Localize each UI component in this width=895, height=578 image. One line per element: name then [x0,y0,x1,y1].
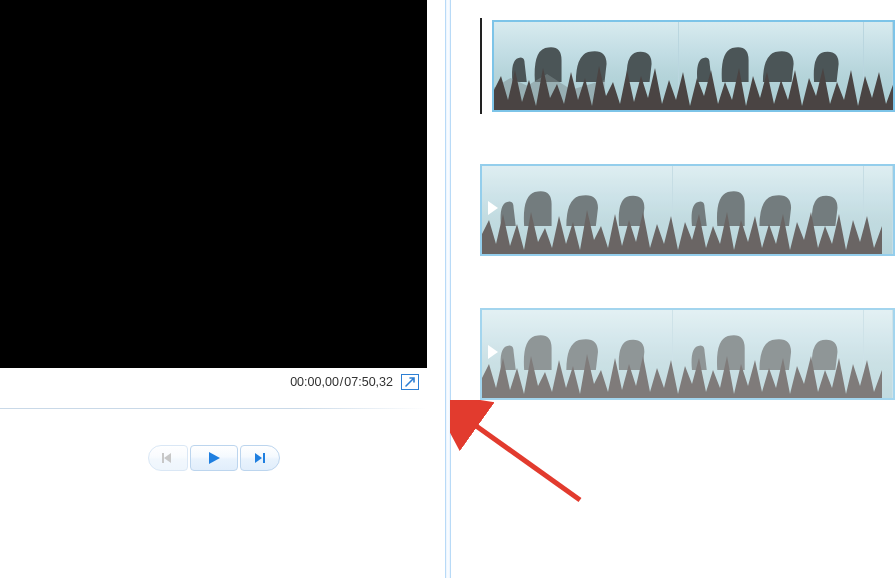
clip-thumbnail [673,186,863,226]
clip-thumbnail [679,42,863,82]
filmstrip-edge [480,18,482,114]
timeline-clip[interactable] [480,164,895,256]
time-display: 00:00,00/07:50,32 [0,368,427,396]
timeline-clip[interactable] [492,20,895,112]
next-frame-icon [253,452,267,464]
clip-thumbnail [482,330,672,370]
next-frame-button[interactable] [240,445,280,471]
mountain-silhouette [494,70,605,110]
time-separator: / [340,375,343,389]
playback-controls [0,445,427,471]
previous-frame-button[interactable] [148,445,188,471]
play-button[interactable] [190,445,238,471]
separator-line [0,408,427,409]
clip-start-marker [486,199,500,221]
play-icon [206,451,222,465]
svg-rect-0 [162,453,164,463]
fullscreen-icon [405,377,415,387]
total-time: 07:50,32 [344,375,393,389]
timeline-clip[interactable] [480,308,895,400]
svg-rect-1 [263,453,265,463]
clip-start-marker [486,343,500,365]
prev-frame-icon [161,452,175,464]
video-preview[interactable] [0,0,427,368]
timeline-pane [480,0,895,578]
pane-divider[interactable] [445,0,451,578]
clip-thumbnail [673,330,863,370]
clip-thumbnail [482,186,672,226]
current-time: 00:00,00 [290,375,339,389]
fullscreen-button[interactable] [401,374,419,390]
